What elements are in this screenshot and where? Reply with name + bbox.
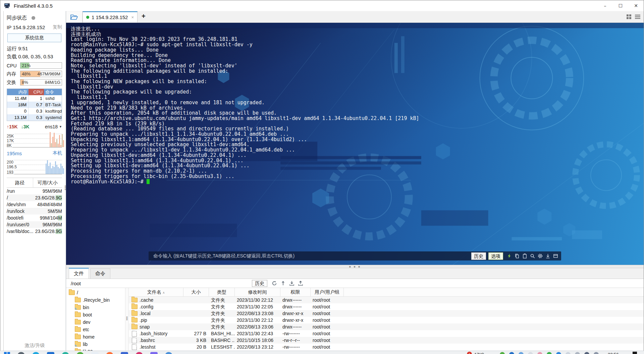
disk-row[interactable]: /boot/efi99M/104M	[7, 215, 62, 221]
taskbar-weather[interactable]: 17°C	[474, 352, 484, 354]
taskbar-app-icon[interactable]	[121, 352, 128, 354]
tray-icon[interactable]	[566, 352, 571, 354]
taskbar-app-icon[interactable]	[76, 352, 84, 354]
file-row-.pip[interactable]: .pip文件夹2023/11/30 22:12drwxr-xr-xroot/ro…	[129, 317, 644, 323]
file-row-.cache[interactable]: .cache文件夹2023/11/30 22:12drwx------root/…	[129, 297, 644, 303]
bottom-tab-命令[interactable]: 命令	[90, 269, 110, 279]
download-tray-icon[interactable]	[289, 281, 294, 286]
file-header-4[interactable]: 权限	[280, 288, 311, 296]
taskbar-dark-icon[interactable]	[633, 352, 637, 354]
notification-badge[interactable]: 1	[467, 352, 472, 354]
options-button[interactable]: 选项	[488, 252, 503, 260]
history-button[interactable]: 历史	[471, 252, 486, 260]
disk-row[interactable]: /dev/shm484M/484M	[7, 201, 62, 208]
tree-item-bin[interactable]: bin	[66, 304, 125, 311]
file-row-.local[interactable]: .local文件夹2022/08/13 23:08drwxr-xr-xroot/…	[129, 310, 644, 317]
disk-row[interactable]: /run/lock5M/5M	[7, 208, 62, 215]
windows-start-button[interactable]	[4, 352, 10, 354]
minimize-button[interactable]: –	[597, 0, 613, 11]
paste-icon[interactable]	[522, 253, 528, 259]
file-row-.bashrc[interactable]: .bashrc3 KBBASHRC ...2021/10/15 18:06-rw…	[129, 337, 644, 344]
path-input[interactable]: /root	[71, 281, 252, 286]
file-row-.config[interactable]: .config文件夹2023/11/30 22:05drwx------root…	[129, 303, 644, 310]
tray-icon[interactable]	[594, 352, 599, 354]
command-input-bar[interactable]: 命令输入 (按ALT键提示历史,TAB键路径,ESC键返回,双击CTRL切换) …	[149, 251, 561, 260]
tray-icon[interactable]	[509, 352, 514, 354]
gear-icon[interactable]	[537, 253, 543, 259]
copy-ip-link[interactable]: 复制	[53, 24, 62, 30]
taskbar-app-icon[interactable]	[32, 352, 40, 354]
tray-icon[interactable]	[556, 352, 561, 354]
file-row-.lesshst[interactable]: .lesshst20 BLESSHST ...2022/08/13 23:12-…	[129, 344, 644, 350]
transfer-icon[interactable]	[280, 281, 286, 286]
menu-icon[interactable]	[635, 14, 640, 19]
tree-item-.Recycle_bin[interactable]: .Recycle_bin	[66, 296, 125, 304]
tray-icon[interactable]	[537, 352, 542, 354]
file-row-snap[interactable]: snap文件夹2022/08/13 23:06drwx------root/ro…	[129, 323, 644, 330]
interface-selector[interactable]: ens18 ▼	[45, 124, 62, 129]
window-icon[interactable]	[553, 253, 558, 259]
taskbar-app-icon[interactable]	[91, 352, 99, 354]
ping-source-label[interactable]: 本机	[53, 150, 62, 156]
activate-upgrade-link[interactable]: 激活/升级	[4, 343, 66, 349]
file-header-3[interactable]: 修改时间	[235, 288, 280, 296]
grid-icon[interactable]	[626, 14, 632, 19]
process-row[interactable]: 00.3ksoftirqd/0	[7, 108, 62, 114]
disk-row[interactable]: /var/lib/doc...23.6G/28.9G	[7, 228, 62, 235]
tree-item-etc[interactable]: etc	[66, 326, 125, 333]
process-row[interactable]: 18M0.7BT-Task	[7, 102, 62, 108]
tray-icon[interactable]	[575, 352, 580, 354]
search-icon[interactable]	[530, 253, 535, 259]
tab-session-1[interactable]: 1 154.9.228.152 ×	[83, 11, 138, 22]
connection-manager-button[interactable]	[66, 11, 83, 22]
bottom-tab-文件[interactable]: 文件	[69, 268, 89, 279]
taskbar-app-icon[interactable]	[17, 352, 25, 354]
tray-icon[interactable]	[519, 352, 524, 354]
lightning-icon[interactable]	[506, 253, 512, 259]
taskbar-app-icon[interactable]	[165, 352, 172, 354]
refresh-icon[interactable]	[271, 281, 277, 286]
disk-header-size[interactable]: 可用/大小	[33, 178, 62, 187]
process-row[interactable]: 13.1M0.3systemd-j...	[7, 114, 62, 121]
disk-header-path[interactable]: 路径	[7, 178, 33, 187]
maximize-button[interactable]: ☐	[613, 0, 628, 11]
file-row-.bash_history[interactable]: .bash_history277 BBASH_HI...2023/11/30 2…	[129, 330, 644, 337]
tray-icon[interactable]	[528, 352, 533, 354]
copy-icon[interactable]	[514, 253, 520, 259]
taskbar-app-icon[interactable]	[106, 352, 113, 354]
file-header-0[interactable]: 文件名∧	[129, 288, 183, 296]
tree-item-lib32[interactable]: lib32	[66, 348, 125, 351]
tree-item-lib[interactable]: lib	[66, 341, 125, 348]
taskbar-app-icon[interactable]	[150, 352, 158, 354]
taskbar-clock[interactable]: 22:56	[608, 352, 619, 354]
tree-item-boot[interactable]: boot	[66, 311, 125, 318]
taskbar-app-icon[interactable]	[62, 352, 69, 354]
process-header-0[interactable]: 内存	[7, 89, 29, 95]
tray-icon[interactable]	[584, 352, 589, 354]
disk-row[interactable]: /23.6G/28.9G	[7, 194, 62, 201]
system-info-button[interactable]: 系统信息	[7, 34, 61, 42]
tree-scrollbar[interactable]: ●●●	[125, 288, 129, 351]
process-header-1[interactable]: CPU	[29, 89, 44, 95]
taskbar-app-icon[interactable]	[47, 352, 54, 354]
file-header-5[interactable]: 用户/用户组	[311, 288, 344, 296]
tab-close-icon[interactable]: ×	[131, 15, 134, 20]
process-header-2[interactable]: 命令	[44, 89, 62, 95]
tray-icon[interactable]	[547, 352, 552, 354]
sync-status-dot[interactable]	[32, 16, 35, 20]
process-row[interactable]: 11.4M1sshd	[7, 95, 62, 102]
upload-tray-icon[interactable]	[298, 281, 303, 286]
close-button[interactable]: ✕	[628, 0, 644, 11]
tree-item-dev[interactable]: dev	[66, 318, 125, 326]
taskbar-app-icon[interactable]	[136, 352, 143, 354]
disk-row[interactable]: /run95M/96M	[7, 188, 62, 194]
file-header-1[interactable]: 大小	[183, 288, 209, 296]
disk-row[interactable]: /run/user/096M/96M	[7, 221, 62, 228]
file-header-2[interactable]: 类型	[209, 288, 235, 296]
tray-icon[interactable]	[500, 352, 505, 354]
tree-item-home[interactable]: home	[66, 333, 125, 341]
tree-item-/[interactable]: /	[66, 289, 125, 296]
terminal[interactable]: 连接主机... 连接主机成功 Last login: Thu Nov 30 22…	[66, 23, 644, 265]
new-tab-button[interactable]: +	[142, 12, 146, 20]
path-history-button[interactable]: 历史	[252, 280, 267, 287]
